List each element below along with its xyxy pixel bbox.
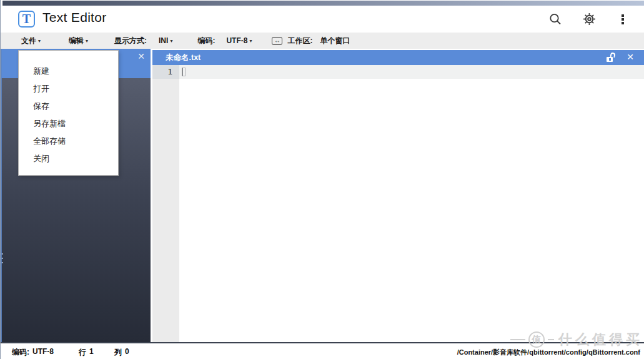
workspace-mode-select[interactable]: 单个窗口 bbox=[320, 36, 350, 46]
sidebar-left-edge bbox=[1, 49, 2, 342]
line-number-gutter bbox=[152, 79, 179, 342]
search-icon[interactable] bbox=[548, 12, 563, 27]
gear-icon[interactable] bbox=[582, 12, 597, 27]
app-logo: T bbox=[18, 11, 35, 28]
header-icon-group bbox=[548, 6, 630, 33]
chevron-down-icon: ▾ bbox=[38, 38, 41, 44]
display-mode-label: 显示方式: bbox=[114, 36, 147, 46]
chevron-down-icon: ▾ bbox=[249, 38, 252, 44]
app-logo-letter: T bbox=[22, 12, 31, 26]
edit-menu-label: 编辑 bbox=[69, 36, 84, 46]
app-header: T Text Editor bbox=[1, 6, 644, 33]
tab-title[interactable]: 未命名.txt bbox=[166, 53, 201, 63]
line-number: 1 bbox=[152, 65, 179, 79]
workspace-resize-icon: ↔ bbox=[272, 37, 282, 45]
display-mode-value: INI bbox=[159, 36, 168, 45]
menu-item-close[interactable]: 关闭 bbox=[19, 150, 118, 168]
status-line-label: 行 bbox=[79, 347, 86, 358]
workspace-mode-value: 单个窗口 bbox=[320, 36, 350, 46]
window-top-gradient-strip bbox=[2, 1, 644, 6]
display-mode-select[interactable]: INI ▾ bbox=[159, 36, 172, 45]
page-title: Text Editor bbox=[42, 10, 107, 25]
file-menu-label: 文件 bbox=[21, 36, 36, 46]
more-options-kebab-icon[interactable] bbox=[615, 12, 630, 27]
main-content: ✕ 新建 打开 保存 另存新檔 全部存储 关闭 未命名.txt ✕ 1 bbox=[1, 49, 644, 342]
status-line-value: 1 bbox=[89, 347, 94, 358]
chevron-down-icon: ▾ bbox=[86, 38, 88, 44]
toolbar: 文件 ▾ 编辑 ▾ 显示方式: INI ▾ 编码: UTF-8 ▾ ↔ 工作区:… bbox=[1, 33, 644, 49]
file-dropdown-menu: 新建 打开 保存 另存新檔 全部存储 关闭 bbox=[18, 50, 119, 176]
menu-item-open[interactable]: 打开 bbox=[19, 80, 118, 98]
file-menu-button[interactable]: 文件 ▾ bbox=[21, 36, 41, 46]
status-file-path: /Container/影音库软件/qbittorrent/config/qBit… bbox=[457, 348, 640, 357]
status-column-value: 0 bbox=[125, 347, 129, 358]
close-icon[interactable]: ✕ bbox=[136, 51, 146, 61]
editor-text-area[interactable] bbox=[179, 65, 644, 79]
unlock-icon[interactable] bbox=[607, 53, 618, 62]
menu-item-save-as[interactable]: 另存新檔 bbox=[19, 115, 118, 133]
status-encoding: 编码: UTF-8 bbox=[12, 347, 54, 358]
status-encoding-value: UTF-8 bbox=[32, 347, 54, 358]
editor-pane: 未命名.txt ✕ 1 bbox=[151, 49, 644, 342]
encoding-select[interactable]: UTF-8 ▾ bbox=[226, 36, 252, 45]
close-icon[interactable]: ✕ bbox=[627, 52, 634, 62]
encoding-label: 编码: bbox=[197, 36, 215, 46]
status-encoding-label: 编码: bbox=[12, 347, 29, 358]
text-cursor bbox=[182, 68, 186, 76]
status-bar: 编码: UTF-8 行 1 列 0 /Container/影音库软件/qbitt… bbox=[1, 343, 644, 359]
menu-item-new[interactable]: 新建 bbox=[19, 63, 118, 80]
workspace-label: 工作区: bbox=[287, 36, 312, 46]
menu-item-save-all[interactable]: 全部存储 bbox=[19, 133, 118, 150]
edit-menu-button[interactable]: 编辑 ▾ bbox=[69, 36, 88, 46]
chevron-down-icon: ▾ bbox=[170, 38, 172, 44]
menu-item-save[interactable]: 保存 bbox=[19, 98, 118, 115]
status-column-label: 列 bbox=[114, 347, 122, 358]
encoding-value: UTF-8 bbox=[226, 36, 247, 45]
status-column-indicator: 列 0 bbox=[114, 347, 129, 358]
editor-tab-bar: 未命名.txt ✕ bbox=[152, 50, 644, 65]
editor-active-line: 1 bbox=[152, 65, 644, 79]
status-line-indicator: 行 1 bbox=[79, 347, 94, 358]
